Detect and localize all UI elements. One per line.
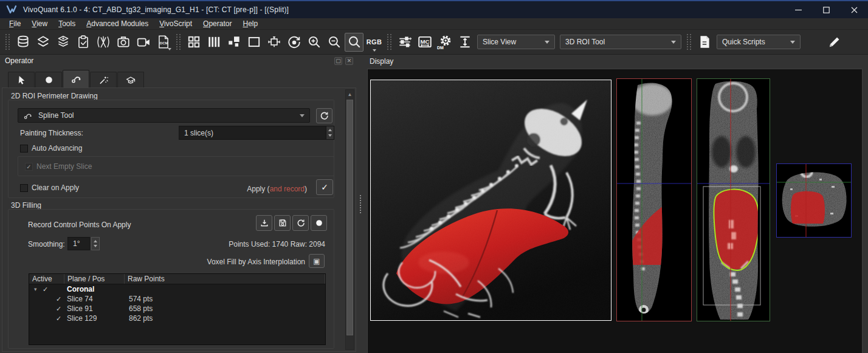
tab-spline-tool[interactable]	[63, 70, 89, 87]
slice-label: Slice 129	[67, 314, 97, 323]
spin-down-icon[interactable]	[94, 245, 97, 247]
tab-pointer-tool[interactable]	[8, 72, 35, 87]
dm-settings-gear-icon[interactable]: DM	[435, 33, 454, 52]
check-icon[interactable]: ✓	[43, 284, 48, 294]
panel-close-button[interactable]: ✕	[345, 57, 353, 65]
slice-range-icon[interactable]	[455, 33, 474, 52]
menu-operator[interactable]: Operator	[198, 18, 237, 29]
spin-up-icon[interactable]	[94, 240, 97, 242]
view-sagittal-slice[interactable]	[616, 78, 692, 321]
rgb-dropdown-caret	[373, 49, 376, 52]
thumbnail-layout-icon[interactable]	[224, 33, 243, 52]
voxel-fill-label: Voxel Fill by Axis Interplolation	[207, 258, 305, 266]
zoom-in-icon[interactable]	[305, 33, 323, 52]
grid-layout-icon[interactable]	[184, 33, 203, 52]
raw-points-value: 574 pts	[129, 294, 153, 304]
auto-advancing-checkbox[interactable]: Auto Advancing	[20, 144, 82, 153]
view-mode-dropdown[interactable]: Slice View	[477, 35, 555, 49]
apply-button[interactable]: ✓	[316, 179, 333, 195]
menu-vivoscript[interactable]: VivoScript	[154, 18, 198, 29]
tab-paint-tool[interactable]	[35, 72, 62, 87]
toolbar-grip[interactable]	[176, 34, 181, 50]
table-row[interactable]: ✓ Slice 91 658 pts	[29, 304, 325, 314]
search-icon[interactable]	[345, 33, 363, 52]
menu-tools[interactable]: Tools	[53, 18, 81, 29]
quick-scripts-dropdown[interactable]: Quick Scripts	[717, 35, 801, 49]
table-group-row[interactable]: ▾ ✓ Coronal	[29, 284, 325, 294]
reset-view-icon[interactable]	[284, 33, 303, 52]
scroll-up-icon[interactable]: ▲	[346, 90, 354, 98]
toolbar-grip[interactable]	[5, 34, 10, 50]
single-view-icon[interactable]	[244, 33, 263, 52]
layer-stack-icon[interactable]	[53, 33, 72, 52]
chevron-down-icon	[790, 41, 795, 44]
toolbar-grip[interactable]	[687, 34, 691, 50]
menu-help[interactable]: Help	[237, 18, 263, 29]
roi-points-table[interactable]: Active Plane / Pos Raw Points ▾ ✓ Corona…	[29, 273, 326, 345]
close-button[interactable]	[840, 1, 868, 18]
svg-text:DCM: DCM	[159, 41, 168, 45]
view-coronal-slice[interactable]	[697, 78, 770, 321]
clear-on-apply-checkbox[interactable]: Clear on Apply	[20, 183, 79, 192]
view-axial-slice[interactable]	[776, 163, 852, 238]
record-points-label: Record Control Points On Apply	[28, 221, 131, 229]
column-layout-icon[interactable]	[204, 33, 223, 52]
save-points-button[interactable]	[274, 215, 291, 231]
smoothing-spinner[interactable]: 1°	[67, 237, 90, 250]
menu-file[interactable]: File	[4, 18, 26, 29]
rgb-channels-button[interactable]: RGB	[365, 33, 384, 52]
drawing-tool-select[interactable]: Spline Tool	[18, 108, 310, 123]
check-icon[interactable]: ✓	[56, 304, 61, 314]
export-points-button[interactable]	[256, 215, 272, 231]
edit-script-pencil-icon[interactable]	[825, 33, 844, 52]
script-file-icon[interactable]	[695, 33, 714, 52]
check-icon[interactable]: ✓	[56, 314, 61, 323]
spin-up-icon[interactable]	[328, 129, 332, 131]
clipboard-check-icon[interactable]	[74, 33, 92, 52]
minimize-button[interactable]	[784, 1, 812, 18]
menu-advanced-modules[interactable]: Advanced Modules	[81, 18, 154, 29]
chevron-down-icon	[300, 114, 305, 117]
view-3d-volume-render[interactable]	[370, 80, 611, 321]
raw-points-value: 862 pts	[129, 314, 153, 323]
checkbox-box[interactable]	[20, 184, 28, 192]
toolbar-grip[interactable]	[387, 34, 391, 50]
multi-channel-icon[interactable]: MC	[415, 33, 434, 52]
layers-icon[interactable]	[33, 33, 52, 52]
adjustments-icon[interactable]	[395, 33, 414, 52]
maximize-button[interactable]	[812, 1, 840, 18]
voxel-fill-button[interactable]: ▣	[309, 254, 325, 268]
expand-caret-icon[interactable]: ▾	[34, 284, 37, 294]
tab-otsu-tool[interactable]	[117, 72, 144, 87]
zoom-out-icon[interactable]	[325, 33, 343, 52]
reload-tool-button[interactable]	[316, 108, 332, 123]
camera-icon[interactable]	[114, 33, 133, 52]
table-row[interactable]: ✓ Slice 129 862 pts	[29, 314, 325, 323]
operator-scrollbar[interactable]: ▲	[345, 89, 354, 350]
splitter-grip-icon	[360, 195, 361, 213]
window-title: VivoQuant 6.1.0 - 4: CT_ABD_tg32_imaging…	[23, 5, 289, 14]
quill-icon[interactable]	[94, 33, 112, 52]
reload-points-button[interactable]	[292, 215, 309, 231]
tool-dropdown[interactable]: 3D ROI Tool	[560, 35, 681, 49]
table-row[interactable]: ✓ Slice 74 574 pts	[29, 294, 325, 304]
scrollbar-thumb[interactable]	[346, 100, 353, 335]
rotate-3d-icon[interactable]	[264, 33, 283, 52]
data-manager-icon[interactable]	[13, 33, 32, 52]
spin-down-icon[interactable]	[328, 134, 332, 137]
smoothing-spin-arrows[interactable]	[91, 237, 100, 250]
checkbox-box[interactable]	[20, 145, 28, 153]
record-button[interactable]	[311, 215, 327, 231]
menu-view[interactable]: View	[26, 18, 53, 29]
dcm-export-icon[interactable]: DCM	[154, 33, 173, 52]
panel-splitter[interactable]	[358, 55, 363, 353]
check-icon[interactable]: ✓	[56, 294, 61, 304]
painting-thickness-spinner[interactable]: 1 slice(s)	[179, 126, 334, 140]
panel-float-button[interactable]: ▢	[334, 57, 342, 65]
next-empty-slice-checkbox[interactable]: ✓ Next Empty Slice	[25, 162, 92, 171]
video-capture-icon[interactable]	[134, 33, 153, 52]
smoothing-value: 1°	[68, 239, 80, 248]
checkbox-box[interactable]: ✓	[25, 163, 33, 171]
spinner-arrows[interactable]	[326, 126, 334, 139]
tab-magic-wand-tool[interactable]	[90, 72, 117, 87]
